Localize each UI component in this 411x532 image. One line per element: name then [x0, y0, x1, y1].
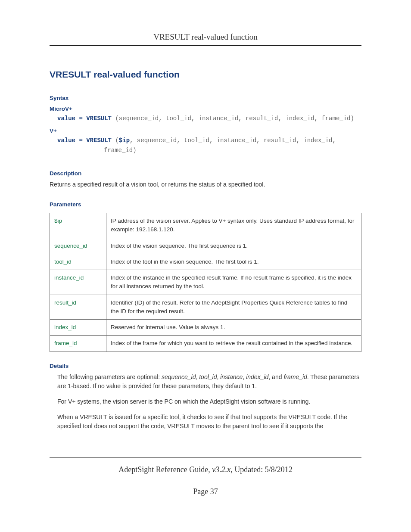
code-open: ( [115, 137, 118, 144]
param-name: index_id [50, 320, 106, 336]
table-row: result_idIdentifier (ID) of the result. … [50, 295, 361, 320]
footer-version: , v3.2.x [208, 465, 230, 474]
code-lhs: value = VRESULT [57, 115, 115, 122]
footer-page-number: Page 37 [50, 487, 361, 496]
parameters-heading: Parameters [50, 201, 361, 208]
param-desc: Index of the instance in the specified r… [106, 270, 361, 295]
param-desc: IP address of the vision server. Applies… [106, 213, 361, 238]
details-p3: When a VRESULT is issued for a specific … [57, 413, 361, 431]
code-ip: $ip [119, 137, 130, 144]
details-block: The following parameters are optional: s… [57, 373, 361, 431]
footer-doc-line: AdeptSight Reference Guide, v3.2.x, Upda… [50, 465, 361, 474]
details-p1: The following parameters are optional: s… [57, 373, 361, 391]
table-row: tool_idIndex of the tool in the vision s… [50, 254, 361, 270]
microv-label: MicroV+ [50, 106, 361, 112]
param-name: $ip [50, 213, 106, 238]
table-row: sequence_idIndex of the vision sequence.… [50, 238, 361, 254]
table-row: index_idReserved for internal use. Value… [50, 320, 361, 336]
table-row: $ipIP address of the vision server. Appl… [50, 213, 361, 238]
page-title: VRESULT real-valued function [50, 69, 361, 80]
table-row: instance_idIndex of the instance in the … [50, 270, 361, 295]
footer-doc: AdeptSight Reference Guide [118, 465, 208, 474]
details-heading: Details [50, 363, 361, 369]
param-name: sequence_id [50, 238, 106, 254]
microv-code: value = VRESULT (sequence_id, tool_id, i… [57, 114, 361, 123]
footer-updated: , Updated: 5/8/2012 [230, 465, 292, 474]
syntax-heading: Syntax [50, 95, 361, 101]
details-p2: For V+ systems, the vision server is the… [57, 397, 361, 407]
parameters-table: $ipIP address of the vision server. Appl… [50, 213, 361, 352]
page-footer: AdeptSight Reference Guide, v3.2.x, Upda… [50, 457, 361, 496]
italic: index_id [246, 373, 268, 380]
param-desc: Identifier (ID) of the result. Refer to … [106, 295, 361, 320]
param-desc: Index of the tool in the vision sequence… [106, 254, 361, 270]
running-header: VRESULT real-valued function [50, 32, 361, 46]
description-text: Returns a specified result of a vision t… [50, 180, 361, 189]
italic: frame_id [283, 373, 307, 380]
vplus-label: V+ [50, 128, 361, 134]
description-heading: Description [50, 170, 361, 177]
text: The following parameters are optional: [57, 373, 162, 380]
vplus-code: value = VRESULT ($ip, sequence_id, tool_… [57, 136, 361, 155]
param-name: frame_id [50, 336, 106, 352]
document-page: VRESULT real-valued function VRESULT rea… [0, 0, 411, 513]
param-desc: Reserved for internal use. Value is alwa… [106, 320, 361, 336]
italic: sequence_id, tool_id [162, 373, 217, 380]
param-name: instance_id [50, 270, 106, 295]
param-desc: Index of the vision sequence. The first … [106, 238, 361, 254]
italic: instance [220, 373, 243, 380]
text: , and [268, 373, 283, 380]
code-args: (sequence_id, tool_id, instance_id, resu… [115, 115, 354, 122]
code-args2: frame_id) [104, 146, 137, 155]
param-name: tool_id [50, 254, 106, 270]
param-desc: Index of the frame for which you want to… [106, 336, 361, 352]
code-lhs: value = VRESULT [57, 137, 115, 144]
table-row: frame_idIndex of the frame for which you… [50, 336, 361, 352]
param-name: result_id [50, 295, 106, 320]
code-args1: , sequence_id, tool_id, instance_id, res… [130, 137, 336, 144]
